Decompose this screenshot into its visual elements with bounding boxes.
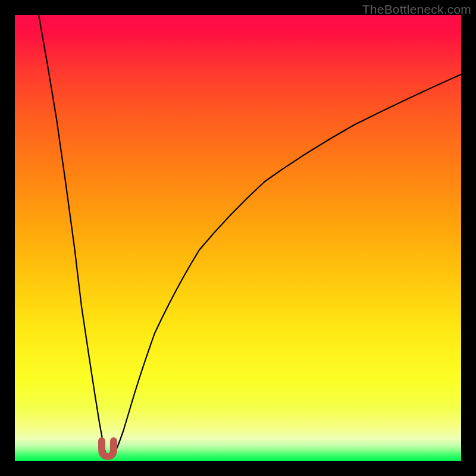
plot-area [15, 15, 461, 461]
min-marker-icon [102, 441, 114, 456]
chart-outer-frame: TheBottleneck.com [0, 0, 476, 476]
curve-layer [15, 15, 461, 461]
bottleneck-curve [39, 15, 461, 458]
watermark-text: TheBottleneck.com [362, 2, 471, 17]
